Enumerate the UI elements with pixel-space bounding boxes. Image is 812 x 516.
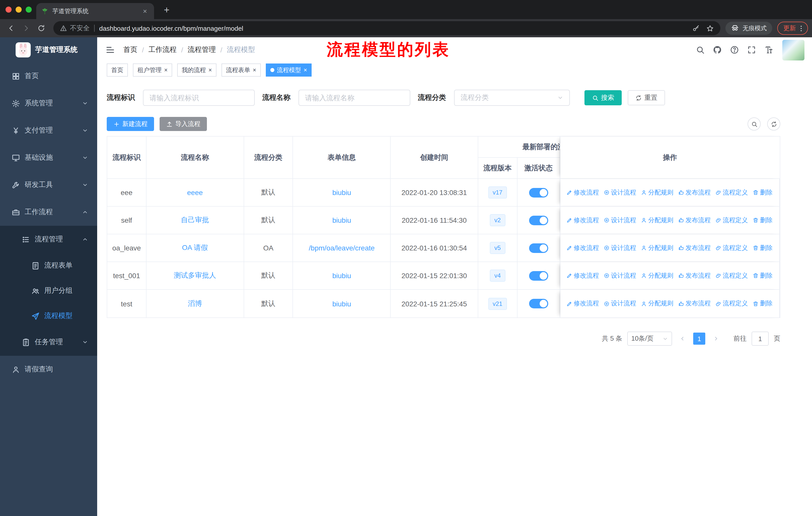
sidebar-collapse-icon[interactable] [105,45,115,55]
prev-page-button[interactable] [677,332,688,345]
action-definition-link[interactable]: 流程定义 [715,244,748,252]
action-delete-link[interactable]: 删除 [752,216,773,224]
breadcrumb-item[interactable]: 首页 [123,45,138,54]
category-select[interactable]: 流程分类 [454,90,570,106]
font-size-icon[interactable] [764,45,773,54]
form-link[interactable]: /bpm/oa/leave/create [309,244,375,252]
active-toggle[interactable] [529,243,548,253]
breadcrumb-item[interactable]: 流程管理 [188,45,216,54]
action-definition-link[interactable]: 流程定义 [715,271,748,280]
bookmark-star-icon[interactable] [706,24,714,32]
action-design-link[interactable]: 设计流程 [603,271,636,280]
sidebar-item-process-form[interactable]: 流程表单 [0,253,97,278]
create-process-button[interactable]: 新建流程 [107,117,154,131]
tag-tenant-management[interactable]: 租户管理× [133,63,172,77]
sidebar-item-process-management[interactable]: 流程管理 [0,226,97,253]
browser-tab[interactable]: 芋道管理系统 × [36,3,154,19]
action-publish-link[interactable]: 发布流程 [678,299,710,308]
tag-close-icon[interactable]: × [303,67,307,73]
tag-close-icon[interactable]: × [253,67,256,73]
header-search-icon[interactable] [696,45,705,54]
search-button[interactable]: 搜索 [584,90,622,105]
tag-close-icon[interactable]: × [208,67,212,73]
security-status[interactable]: 不安全 [60,24,90,33]
tab-close-icon[interactable]: × [141,7,149,15]
action-modify-link[interactable]: 修改流程 [566,216,599,224]
key-icon[interactable] [692,24,700,32]
process-name-input[interactable] [305,94,404,102]
tag-my-process[interactable]: 我的流程× [177,63,216,77]
tag-process-form[interactable]: 流程表单× [222,63,261,77]
next-page-button[interactable] [710,332,721,345]
action-delete-link[interactable]: 删除 [752,299,773,308]
active-toggle[interactable] [529,188,548,197]
goto-page-input[interactable] [752,332,769,346]
form-link[interactable]: biubiu [332,300,351,308]
sidebar-item-infrastructure[interactable]: 基础设施 [0,144,97,171]
window-close-button[interactable] [5,6,11,12]
process-key-field[interactable] [143,90,255,106]
sidebar-item-home[interactable]: 首页 [0,62,97,90]
action-modify-link[interactable]: 修改流程 [566,188,599,197]
action-assign-rule-link[interactable]: 分配规则 [641,271,673,280]
action-modify-link[interactable]: 修改流程 [566,299,599,308]
tag-home[interactable]: 首页 [107,63,128,77]
browser-menu-update-button[interactable]: 更新 [777,22,808,35]
reset-button[interactable]: 重置 [628,90,665,105]
process-name-field[interactable] [298,90,410,106]
current-page-button[interactable]: 1 [693,332,705,345]
process-name-link[interactable]: 测试多审批人 [174,271,216,280]
import-process-button[interactable]: 导入流程 [160,117,207,131]
github-icon[interactable] [713,45,722,54]
active-toggle[interactable] [529,271,548,280]
process-name-link[interactable]: 自己审批 [181,216,209,225]
action-design-link[interactable]: 设计流程 [603,244,636,252]
active-toggle[interactable] [529,299,548,308]
action-publish-link[interactable]: 发布流程 [678,271,710,280]
browser-menu-icon[interactable] [798,24,805,32]
sidebar-item-task-management[interactable]: 任务管理 [0,329,97,356]
action-delete-link[interactable]: 删除 [752,244,773,252]
action-assign-rule-link[interactable]: 分配规则 [641,216,673,224]
action-publish-link[interactable]: 发布流程 [678,244,710,252]
user-avatar[interactable] [782,39,805,60]
form-link[interactable]: biubiu [332,272,351,280]
action-definition-link[interactable]: 流程定义 [715,299,748,308]
sidebar-item-payment[interactable]: 支付管理 [0,117,97,144]
toggle-search-button[interactable] [748,117,761,131]
address-bar[interactable]: 不安全 dashboard.yudao.iocoder.cn/bpm/manag… [53,21,720,35]
new-tab-button[interactable]: + [160,3,173,17]
reload-button[interactable] [34,21,48,35]
form-link[interactable]: biubiu [332,188,351,196]
back-button[interactable] [4,21,18,35]
tag-process-model[interactable]: 流程模型× [266,63,312,77]
action-design-link[interactable]: 设计流程 [603,188,636,197]
sidebar-item-user-group[interactable]: 用户分组 [0,278,97,303]
action-definition-link[interactable]: 流程定义 [715,188,748,197]
process-name-link[interactable]: eeee [187,188,203,196]
tag-close-icon[interactable]: × [164,67,168,73]
process-key-input[interactable] [149,94,248,102]
window-zoom-button[interactable] [26,6,32,12]
action-assign-rule-link[interactable]: 分配规则 [641,188,673,197]
form-link[interactable]: biubiu [332,216,351,224]
action-delete-link[interactable]: 删除 [752,271,773,280]
sidebar-item-leave-query[interactable]: 请假查询 [0,356,97,383]
action-assign-rule-link[interactable]: 分配规则 [641,299,673,308]
refresh-table-button[interactable] [767,117,780,131]
sidebar-item-process-model[interactable]: 流程模型 [0,303,97,329]
action-modify-link[interactable]: 修改流程 [566,244,599,252]
sidebar-item-workflow[interactable]: 工作流程 [0,198,97,226]
action-definition-link[interactable]: 流程定义 [715,216,748,224]
process-name-link[interactable]: OA 请假 [182,243,208,252]
process-name-link[interactable]: 滔博 [188,299,202,308]
action-delete-link[interactable]: 删除 [752,188,773,197]
sidebar-item-system[interactable]: 系统管理 [0,90,97,117]
window-minimize-button[interactable] [16,6,22,12]
sidebar-item-devtools[interactable]: 研发工具 [0,171,97,198]
action-publish-link[interactable]: 发布流程 [678,188,710,197]
active-toggle[interactable] [529,215,548,225]
fullscreen-icon[interactable] [747,45,756,54]
help-icon[interactable] [730,45,739,54]
action-design-link[interactable]: 设计流程 [603,299,636,308]
